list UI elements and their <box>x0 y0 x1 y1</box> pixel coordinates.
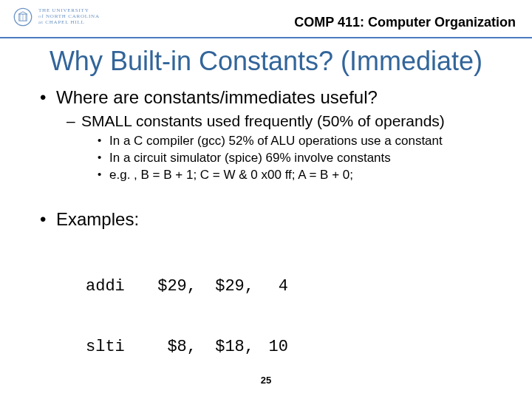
bullet-1-1-2: In a circuit simulator (spice) 69% invol… <box>98 150 505 167</box>
unc-seal-icon <box>13 7 33 27</box>
operand-1: $8, <box>145 337 197 358</box>
university-name: THE UNIVERSITY of NORTH CAROLINA at CHAP… <box>38 8 100 25</box>
mnemonic: slti <box>86 337 145 358</box>
bullet-1-1: SMALL constants used frequently (50% of … <box>66 112 505 184</box>
operand-2: $18, <box>197 337 254 358</box>
operand-2: $29, <box>197 276 254 297</box>
slide: THE UNIVERSITY of NORTH CAROLINA at CHAP… <box>0 0 532 399</box>
university-logo: THE UNIVERSITY of NORTH CAROLINA at CHAP… <box>13 7 100 27</box>
bullet-1-sub: SMALL constants used frequently (50% of … <box>66 112 505 184</box>
operand-3: 10 <box>254 337 288 358</box>
bullet-2-text: Examples: <box>56 209 139 229</box>
slide-header: THE UNIVERSITY of NORTH CAROLINA at CHAP… <box>0 0 532 38</box>
course-label: COMP 411: Computer Organization <box>294 15 516 30</box>
slide-body: Where are constants/immediates useful? S… <box>0 87 532 399</box>
bullet-1-1-sub: In a C compiler (gcc) 52% of ALU operati… <box>98 133 505 184</box>
bullet-1: Where are constants/immediates useful? S… <box>40 87 505 184</box>
bullet-1-text: Where are constants/immediates useful? <box>56 87 378 107</box>
code-row: addi $29, $29, 4 <box>86 276 505 297</box>
slide-title: Why Built-in Constants? (Immediate) <box>0 46 532 77</box>
bullet-2: Examples: <box>40 209 505 230</box>
bullet-1-1-1: In a C compiler (gcc) 52% of ALU operati… <box>98 133 505 150</box>
operand-1: $29, <box>145 276 197 297</box>
page-number: 25 <box>0 375 532 386</box>
bullet-1-1-3: e.g. , B = B + 1; C = W & 0 x00 ff; A = … <box>98 167 505 184</box>
logo-line3: at CHAPEL HILL <box>38 20 100 26</box>
bullet-1-1-text: SMALL constants used frequently (50% of … <box>81 112 445 129</box>
bullet-list: Where are constants/immediates useful? S… <box>40 87 505 230</box>
operand-3: 4 <box>254 276 288 297</box>
mnemonic: addi <box>86 276 145 297</box>
code-row: slti $8, $18, 10 <box>86 337 505 358</box>
